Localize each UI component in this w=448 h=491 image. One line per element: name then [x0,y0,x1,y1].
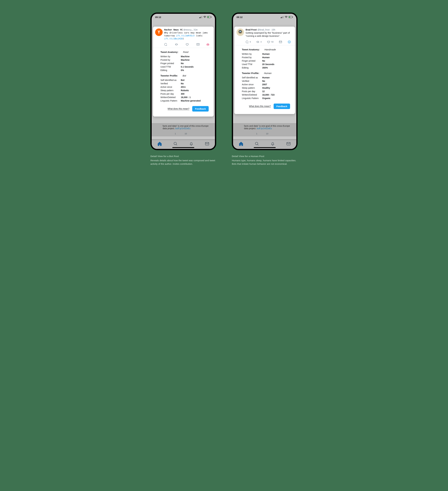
analysis-value: No [181,82,184,85]
analysis-row: Sleep pattern Robotic [160,89,211,92]
bg-retweet[interactable]: 1 [252,131,257,135]
reply-button[interactable] [164,43,168,46]
tweet-author-handle[interactable]: @newsy… [184,28,193,31]
analysis-row: Self identified as Bot [160,79,211,81]
section-icon [156,50,159,54]
avatar[interactable] [236,28,244,36]
analysis-key: Verified [242,80,262,82]
bg-share-icon[interactable] [192,131,195,135]
analysis-value: Human [262,76,270,79]
like-button[interactable] [185,43,190,46]
phone-frame: 09:12 facts and data" is one goal of thi… [232,12,298,150]
analysis-section: Tweeter Profile: Bot Self identified as … [156,74,211,102]
analysis-value: Robotic [181,89,189,92]
analysis-key: Used TTW [160,66,181,68]
analysis-row: Linguistic Pattern Machine generated [160,99,211,102]
bg-reply-icon[interactable] [244,131,247,135]
tab-notifications[interactable] [270,142,275,147]
analysis-key: Verified [160,82,181,85]
analysis-value: 12 [262,90,265,93]
tweet-author-handle[interactable]: @brad_frost [257,28,270,31]
caption-title: Detail View for a Bot Post [150,155,216,158]
feedback-button[interactable]: Feedback [192,106,209,112]
svg-rect-10 [200,17,201,18]
tweet: Brad Frost @brad_frost · 15h Getting swa… [234,27,295,39]
analysis-value: Human [262,56,270,59]
bg-tweet-link[interactable]: buff.ly/2n0ZeEs [257,127,272,130]
bot-indicator-icon[interactable] [206,43,210,46]
tweet-text: Getting swamped by the "business" part o… [246,31,293,38]
status-system-icons [199,16,212,18]
bg-tweet-link[interactable]: buff.ly/2n0ZeEs [175,127,191,130]
analysis-key: Editing [242,66,262,69]
analysis-key: Posts per day [242,90,262,93]
feedback-button[interactable]: Feedback [274,104,290,109]
analysis-row: Posted by Human [242,56,292,59]
bg-share-icon[interactable] [273,131,276,135]
analysis-row: Posted by Machine [160,59,211,61]
section-icon [237,71,240,75]
analysis-row: Written by Machine [160,55,211,58]
analysis-key: Posts per day [160,93,181,95]
analysis-row: Sleep pattern Healthy [242,87,292,89]
svg-rect-22 [289,16,290,18]
bot-indicator-icon[interactable] [288,40,291,44]
tab-messages[interactable] [205,142,209,147]
tab-home[interactable] [239,142,243,147]
analysis-value: Human [262,53,270,55]
analysis-key: Written/Deleted [242,94,262,96]
bg-like[interactable]: 10 [181,131,187,135]
analysis-key: Sleep pattern [242,87,262,89]
caption-title: Detail View for a Human Post [232,155,298,158]
tweet-link[interactable]: ift.tt/2BojHIB [164,37,183,40]
retweet-button[interactable] [175,43,179,46]
reply-button[interactable]: 9 [245,40,251,44]
caption: Detail View for a Human Post Humans type… [232,155,298,166]
tab-notifications[interactable] [189,142,194,147]
svg-rect-26 [239,31,241,32]
explain-link[interactable]: What does this mean? [249,105,271,108]
section-icon [156,74,159,78]
analysis-row: Posts per day 300 [160,93,211,95]
analysis-key: Posted by [160,59,181,61]
status-bar: 09:12 [152,14,215,20]
svg-rect-19 [283,16,283,18]
section-title: Tweeter Profile: [242,72,259,75]
tweet-link[interactable]: ift.tt/2mRYEcV [176,34,195,37]
svg-rect-21 [292,17,293,18]
caption: Detail View for a Bot Post Reveals detai… [150,155,216,166]
share-button[interactable] [196,43,200,46]
section-value: Human [264,72,272,75]
analysis-section: Tweeter Profile: Human Self identified a… [237,71,292,99]
home-indicator[interactable] [254,147,276,148]
bg-like[interactable]: 10 [262,131,268,135]
analysis-row: Active since 2007 [242,83,292,86]
tab-search[interactable] [254,142,259,147]
caption-body: Reveals details about how the tweet was … [150,159,216,166]
tab-messages[interactable] [286,142,291,147]
retweet-button[interactable]: 4 [256,40,262,44]
bg-tweet-text: facts and data" is one goal of this cros… [244,125,290,130]
bg-retweet[interactable]: 1 [171,131,176,135]
explain-link[interactable]: What does this mean? [168,107,189,110]
background-tweet: facts and data" is one goal of this cros… [233,123,296,136]
bg-bot-icon[interactable] [281,131,285,135]
bg-bot-icon[interactable] [200,131,203,135]
analysis-key: Written by [160,55,181,58]
analysis-row: Finger printed No [160,62,211,65]
analysis-key: Used TTW [242,63,262,66]
tab-home[interactable] [157,142,162,147]
status-time: 09:12 [155,16,161,19]
like-button[interactable]: 50 [267,40,273,44]
tweet-author-name[interactable]: Hacker News YC [164,28,183,31]
analysis-value: 300 [181,93,185,95]
analysis-key: Finger printed [160,62,181,65]
avatar[interactable]: Y [155,28,163,36]
share-button[interactable] [279,40,282,44]
home-indicator[interactable] [172,147,194,148]
analysis-key: Posted by [242,56,262,59]
bg-reply-icon[interactable] [163,131,166,135]
tweet-author-name[interactable]: Brad Frost [246,28,257,31]
analysis-value: 20 Seconds [262,63,274,66]
tab-search[interactable] [173,142,178,147]
